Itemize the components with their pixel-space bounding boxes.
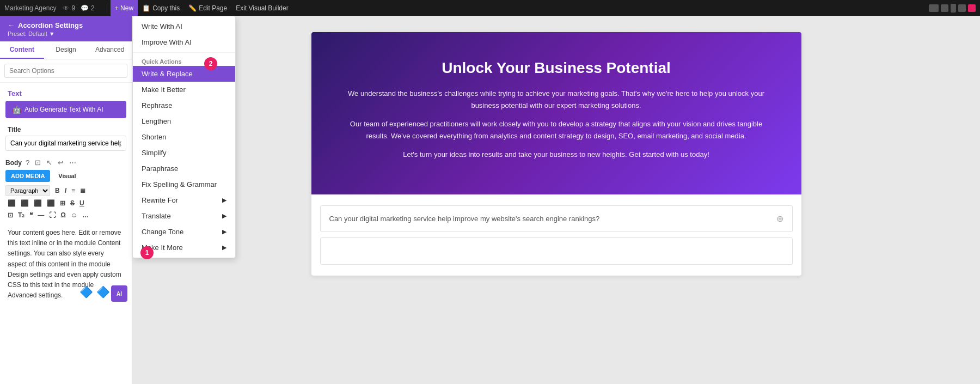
search-container bbox=[0, 59, 132, 83]
new-button[interactable]: + New bbox=[111, 0, 138, 16]
ai-icon: 🤖 bbox=[12, 105, 21, 114]
accordion-item-2[interactable] bbox=[320, 237, 793, 265]
search-input[interactable] bbox=[4, 64, 127, 78]
menu-divider-1 bbox=[133, 52, 235, 53]
menu-item-paraphrase[interactable]: Paraphrase bbox=[133, 161, 235, 176]
align-left-button[interactable]: ⬛ bbox=[5, 198, 18, 208]
help-icon[interactable]: ? bbox=[24, 157, 31, 168]
mobile-icon bbox=[951, 4, 956, 13]
accordion-question-1: Can your digital marketing service help … bbox=[329, 215, 600, 223]
tab-design[interactable]: Design bbox=[44, 41, 88, 59]
menu-item-lengthen[interactable]: Lengthen bbox=[133, 113, 235, 129]
accordion-item-1[interactable]: Can your digital marketing service help … bbox=[320, 205, 793, 232]
body-toolbar-row: Body ? ⊡ ↖ ↩ ⋯ bbox=[0, 155, 132, 170]
accordion-header-1[interactable]: Can your digital marketing service help … bbox=[321, 206, 792, 231]
more-icon[interactable]: ⋯ bbox=[68, 157, 78, 168]
align-justify-button[interactable]: ⬛ bbox=[45, 198, 57, 208]
sidebar-header: ← Accordion Settings Preset: Default ▼ bbox=[0, 16, 132, 41]
menu-item-write-with-ai[interactable]: Write With AI bbox=[133, 19, 235, 34]
strikethrough-button[interactable]: S bbox=[68, 198, 77, 208]
cursor-icon[interactable]: ↖ bbox=[45, 157, 54, 168]
add-media-button[interactable]: ADD MEDIA bbox=[5, 170, 50, 182]
hero-section: Unlock Your Business Potential We unders… bbox=[311, 32, 801, 194]
sidebar-back[interactable]: ← Accordion Settings bbox=[8, 21, 124, 29]
title-input[interactable] bbox=[5, 136, 126, 151]
desktop-icon bbox=[929, 4, 939, 12]
bold-button[interactable]: B bbox=[53, 186, 62, 196]
accordion-container: Can your digital marketing service help … bbox=[311, 194, 801, 276]
top-bar-right bbox=[929, 4, 976, 13]
text-section-label: Text bbox=[0, 83, 132, 101]
menu-item-write-replace[interactable]: Write & Replace bbox=[133, 66, 235, 82]
ai-float-button[interactable]: AI bbox=[111, 285, 127, 302]
hr-button[interactable]: — bbox=[35, 210, 46, 220]
canvas-area: Unlock Your Business Potential We unders… bbox=[132, 16, 980, 384]
preset-selector[interactable]: Preset: Default ▼ bbox=[8, 31, 124, 37]
hero-title: Unlock Your Business Potential bbox=[344, 59, 769, 77]
subscript-button[interactable]: T₂ bbox=[16, 210, 27, 220]
badge-1: 1 bbox=[140, 246, 154, 259]
arrow-icon-rewrite: ▶ bbox=[222, 197, 226, 204]
copy-icon: 📋 bbox=[142, 4, 150, 12]
separator bbox=[107, 3, 107, 13]
hero-body: We understand the business's challenges … bbox=[344, 88, 769, 161]
toolbar-row-3: ⬛ ⬛ ⬛ ⬛ ⊞ S U bbox=[5, 198, 126, 208]
accordion-header-2[interactable] bbox=[321, 238, 792, 253]
undo-icon[interactable]: ↩ bbox=[56, 157, 65, 168]
arrow-icon-more: ▶ bbox=[222, 244, 226, 251]
align-center-button[interactable]: ⬛ bbox=[19, 198, 31, 208]
top-bar: Marketing Agency 👁 9 💬 2 + New 📋 Copy th… bbox=[0, 0, 980, 16]
deco-icon-2: 🔷 bbox=[96, 283, 110, 301]
exit-builder-button[interactable]: Exit Visual Builder bbox=[231, 0, 293, 16]
copy-content-icon[interactable]: ⊡ bbox=[33, 157, 42, 168]
emoji-button[interactable]: ☺ bbox=[69, 210, 79, 220]
menu-item-translate[interactable]: Translate ▶ bbox=[133, 208, 235, 224]
table-button[interactable]: ⊞ bbox=[58, 198, 68, 208]
visual-tab[interactable]: Visual bbox=[55, 170, 79, 181]
context-menu: Write With AI Improve With AI Quick Acti… bbox=[132, 16, 236, 258]
underline-button[interactable]: U bbox=[77, 198, 87, 208]
menu-item-simplify[interactable]: Simplify bbox=[133, 145, 235, 161]
main-layout: ← Accordion Settings Preset: Default ▼ C… bbox=[0, 16, 980, 384]
indent-button[interactable]: ⊡ bbox=[5, 210, 15, 220]
menu-item-improve-with-ai[interactable]: Improve With AI bbox=[133, 34, 235, 50]
copy-button[interactable]: 📋 Copy this bbox=[138, 0, 184, 16]
brand-name: Marketing Agency 👁 9 💬 2 bbox=[4, 4, 95, 12]
blockquote-button[interactable]: ❝ bbox=[27, 210, 35, 220]
edit-page-button[interactable]: ✏️ Edit Page bbox=[184, 0, 231, 16]
tab-advanced[interactable]: Advanced bbox=[88, 41, 132, 59]
tab-content[interactable]: Content bbox=[0, 41, 44, 59]
more-fmt-button[interactable]: … bbox=[80, 210, 91, 220]
list-ol-button[interactable]: ≣ bbox=[78, 186, 88, 196]
close-icon bbox=[968, 4, 976, 12]
tablet-icon bbox=[941, 4, 948, 12]
hero-p1: We understand the business's challenges … bbox=[344, 88, 769, 112]
editor-content-area[interactable]: Your content goes here. Edit or remove t… bbox=[0, 222, 132, 306]
toolbar-row-4: ⊡ T₂ ❝ — ⛶ Ω ☺ … bbox=[5, 210, 126, 220]
list-ul-button[interactable]: ≡ bbox=[69, 186, 77, 196]
menu-item-change-tone[interactable]: Change Tone ▶ bbox=[133, 224, 235, 240]
ai-label: AI bbox=[117, 291, 122, 297]
align-right-button[interactable]: ⬛ bbox=[32, 198, 44, 208]
italic-button[interactable]: I bbox=[63, 186, 69, 196]
arrow-icon-tone: ▶ bbox=[222, 228, 226, 235]
menu-item-rephrase[interactable]: Rephrase bbox=[133, 97, 235, 113]
menu-item-fix-spelling[interactable]: Fix Spelling & Grammar bbox=[133, 176, 235, 192]
menu-item-rewrite-for[interactable]: Rewrite For ▶ bbox=[133, 192, 235, 208]
paragraph-select[interactable]: Paragraph bbox=[5, 185, 50, 196]
omega-button[interactable]: Ω bbox=[58, 210, 68, 220]
deco-icons: 🔷 🔷 bbox=[79, 283, 110, 301]
badge-2: 2 bbox=[204, 57, 217, 70]
canvas-card: Unlock Your Business Potential We unders… bbox=[311, 32, 801, 276]
menu-item-shorten[interactable]: Shorten bbox=[133, 129, 235, 145]
auto-generate-button[interactable]: 🤖 Auto Generate Text With AI bbox=[5, 101, 126, 118]
sidebar-tabs: Content Design Advanced bbox=[0, 41, 132, 59]
deco-icon-1: 🔷 bbox=[79, 283, 93, 301]
sidebar-title: Accordion Settings bbox=[18, 21, 83, 29]
sidebar: ← Accordion Settings Preset: Default ▼ C… bbox=[0, 16, 132, 384]
expand-button[interactable]: ⛶ bbox=[47, 210, 58, 220]
arrow-icon-translate: ▶ bbox=[222, 212, 226, 220]
body-toolbar: ADD MEDIA Visual Paragraph B I ≡ ≣ ⬛ ⬛ ⬛… bbox=[0, 170, 132, 222]
menu-item-make-better[interactable]: Make It Better bbox=[133, 82, 235, 97]
settings-icon bbox=[958, 4, 966, 12]
